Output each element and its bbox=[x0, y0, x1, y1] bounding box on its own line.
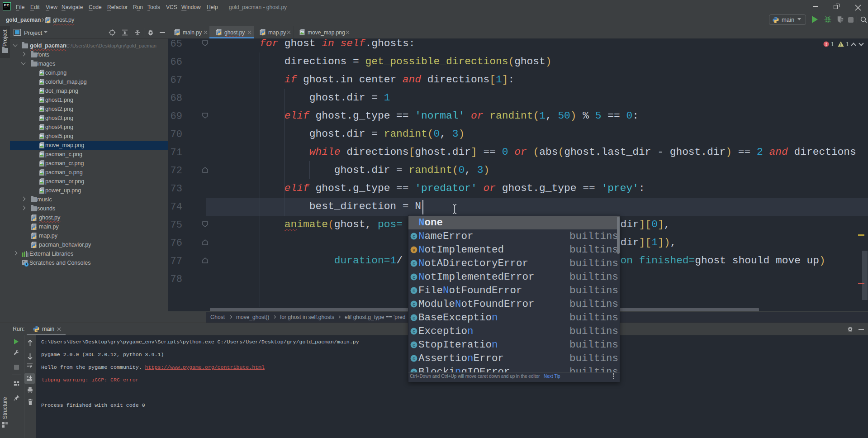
svg-text:v: v bbox=[413, 247, 415, 252]
svg-text:c: c bbox=[413, 274, 415, 280]
svg-text:c: c bbox=[413, 328, 415, 334]
svg-text:c: c bbox=[413, 233, 415, 239]
svg-text:c: c bbox=[413, 356, 415, 361]
svg-text:c: c bbox=[413, 288, 415, 293]
svg-text:c: c bbox=[413, 261, 415, 266]
svg-text:c: c bbox=[413, 315, 415, 320]
svg-text:c: c bbox=[413, 342, 415, 348]
svg-text:c: c bbox=[413, 301, 415, 307]
